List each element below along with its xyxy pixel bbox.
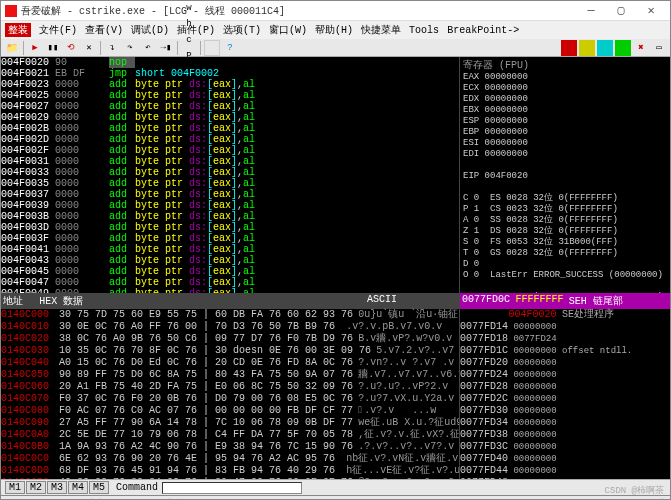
stop-icon[interactable]: ✕ bbox=[81, 40, 97, 56]
disasm-line[interactable]: 004F00470000addbyte ptr ds:[eax],al bbox=[1, 277, 459, 288]
open-icon[interactable] bbox=[4, 40, 20, 56]
sys-menu[interactable]: 整装 bbox=[5, 23, 31, 37]
disasm-line[interactable]: 004F00430000addbyte ptr ds:[eax],al bbox=[1, 255, 459, 266]
disasm-line[interactable]: 004F00270000addbyte ptr ds:[eax],al bbox=[1, 101, 459, 112]
register-line[interactable]: ESI 00000000 bbox=[463, 138, 667, 149]
yellow-square-icon[interactable] bbox=[579, 40, 595, 56]
register-line[interactable]: ECX 00000000 bbox=[463, 83, 667, 94]
stack-line[interactable]: 0077FD44 00000000 bbox=[460, 465, 670, 477]
hex-line[interactable]: 0140C0C06E 62 93 76 90 20 76 4E | 95 94 … bbox=[1, 453, 459, 465]
run-to-icon[interactable]: →▮ bbox=[158, 40, 174, 56]
disasm-line[interactable]: 004F00330000addbyte ptr ds:[eax],al bbox=[1, 167, 459, 178]
disasm-line[interactable]: 004F00250000addbyte ptr ds:[eax],al bbox=[1, 90, 459, 101]
stack-line[interactable]: 0077FD2C 00000000 bbox=[460, 393, 670, 405]
disasm-line[interactable]: 004F00390000addbyte ptr ds:[eax],al bbox=[1, 200, 459, 211]
register-line[interactable]: EBX 00000000 bbox=[463, 105, 667, 116]
hex-line[interactable]: 0140C070F0 37 0C 76 F0 20 0B 76 | D0 79 … bbox=[1, 393, 459, 405]
stack-line[interactable]: 0077FD38 00000000 bbox=[460, 429, 670, 441]
run-icon[interactable]: ▶ bbox=[27, 40, 43, 56]
disasm-line[interactable]: 004F00410000addbyte ptr ds:[eax],al bbox=[1, 244, 459, 255]
disasm-line[interactable]: 004F0021EB DFjmpshort 004F0002 bbox=[1, 68, 459, 79]
hex-line[interactable]: 0140C00030 75 7D 75 60 E9 55 75 | 60 DB … bbox=[1, 309, 459, 321]
disasm-line[interactable]: 004F00450000addbyte ptr ds:[eax],al bbox=[1, 266, 459, 277]
step-over-icon[interactable]: ↷ bbox=[122, 40, 138, 56]
cyan-square-icon[interactable] bbox=[597, 40, 613, 56]
step-out-icon[interactable]: ↶ bbox=[140, 40, 156, 56]
stack-line[interactable]: 0077FD24 00000000 bbox=[460, 369, 670, 381]
register-line[interactable]: EAX 00000000 bbox=[463, 72, 667, 83]
command-input[interactable] bbox=[162, 482, 302, 494]
disasm-line[interactable]: 004F00350000addbyte ptr ds:[eax],al bbox=[1, 178, 459, 189]
toolbar-blank[interactable] bbox=[204, 40, 220, 56]
disassembly-pane[interactable]: 004F002090nop004F0021EB DFjmpshort 004F0… bbox=[1, 57, 460, 293]
hex-line[interactable]: 0140C01030 0E 0C 76 A0 FF 76 00 | 70 D3 … bbox=[1, 321, 459, 333]
stack-line[interactable]: 0077FD48 00000000 bbox=[460, 477, 670, 479]
cmd-tab[interactable]: M4 bbox=[68, 481, 88, 494]
disasm-line[interactable]: 004F003D0000addbyte ptr ds:[eax],al bbox=[1, 222, 459, 233]
register-line[interactable]: D 0 bbox=[463, 259, 667, 270]
hex-line[interactable]: 0140C05090 89 FF 75 D0 6C 8A 75 | 80 43 … bbox=[1, 369, 459, 381]
hex-dump-pane[interactable]: 地址 HEX 数据ASCII 0140C00030 75 7D 75 60 E9… bbox=[1, 293, 460, 479]
toolbar-letter-c[interactable]: c bbox=[181, 32, 197, 48]
disasm-line[interactable]: 004F002F0000addbyte ptr ds:[eax],al bbox=[1, 145, 459, 156]
menu-item[interactable]: 选项(T) bbox=[219, 25, 265, 36]
register-line[interactable] bbox=[463, 281, 667, 292]
disasm-line[interactable]: 004F002D0000addbyte ptr ds:[eax],al bbox=[1, 134, 459, 145]
register-line[interactable]: EBP 00000000 bbox=[463, 127, 667, 138]
hex-line[interactable]: 0140C03010 35 0C 76 70 8F 0C 76 | 30 doe… bbox=[1, 345, 459, 357]
disasm-line[interactable]: 004F002090nop bbox=[1, 57, 459, 68]
cmd-tab[interactable]: M3 bbox=[47, 481, 67, 494]
register-line[interactable]: EIP 004F0020 bbox=[463, 171, 667, 182]
register-line[interactable]: EDI 00000000 bbox=[463, 149, 667, 160]
cmd-tab[interactable]: M2 bbox=[26, 481, 46, 494]
register-line[interactable]: T 0 GS 0028 32位 0(FFFFFFFF) bbox=[463, 248, 667, 259]
stack-line[interactable]: 0077FD34 00000000 bbox=[460, 417, 670, 429]
hex-line[interactable]: 0140C0B01A 9A 93 76 A2 4C 90 76 | E9 38 … bbox=[1, 441, 459, 453]
register-line[interactable] bbox=[463, 160, 667, 171]
restart-icon[interactable]: ⟲ bbox=[63, 40, 79, 56]
stack-line[interactable]: 0077FD40 00000000 bbox=[460, 453, 670, 465]
register-line[interactable]: A 0 SS 0028 32位 0(FFFFFFFF) bbox=[463, 215, 667, 226]
window-icon[interactable]: ▭ bbox=[651, 40, 667, 56]
help-icon[interactable]: ? bbox=[222, 40, 238, 56]
toolbar-letter-w[interactable]: w bbox=[181, 0, 197, 16]
hex-line[interactable]: 0140C0D068 DF 93 76 45 91 94 76 | 83 FB … bbox=[1, 465, 459, 477]
stack-line[interactable]: 0077FD18 0077FD24 bbox=[460, 333, 670, 345]
hex-line[interactable]: 0140C080F0 AC 07 76 C0 AC 07 76 | 00 00 … bbox=[1, 405, 459, 417]
pause-icon[interactable]: ▮▮ bbox=[45, 40, 61, 56]
maximize-button[interactable]: ▢ bbox=[606, 2, 636, 20]
stack-line[interactable]: 0077FD1C 00000000 offset ntdll. bbox=[460, 345, 670, 357]
menu-item[interactable]: BreakPoint-> bbox=[443, 25, 523, 36]
toolbar-letter-h[interactable]: h bbox=[181, 16, 197, 32]
hex-line[interactable]: 0140C09027 A5 FF 77 90 6A 14 78 | 7C 10 … bbox=[1, 417, 459, 429]
register-line[interactable]: S 0 FS 0053 32位 31B000(FFF) bbox=[463, 237, 667, 248]
disasm-line[interactable]: 004F003B0000addbyte ptr ds:[eax],al bbox=[1, 211, 459, 222]
disasm-line[interactable]: 004F00370000addbyte ptr ds:[eax],al bbox=[1, 189, 459, 200]
hex-line[interactable]: 0140C0E040 32 0C 76 80 34 0C 76 | 30 47 … bbox=[1, 477, 459, 479]
close-button[interactable]: ✕ bbox=[636, 2, 666, 20]
menu-item[interactable]: 帮助(H) bbox=[311, 25, 357, 36]
stack-line[interactable]: 0077FD28 00000000 bbox=[460, 381, 670, 393]
menu-item[interactable]: 查看(V) bbox=[81, 25, 127, 36]
menu-item[interactable]: Tools bbox=[405, 25, 443, 36]
red-x-icon[interactable]: ✖ bbox=[633, 40, 649, 56]
disasm-line[interactable]: 004F00310000addbyte ptr ds:[eax],al bbox=[1, 156, 459, 167]
register-line[interactable]: C 0 ES 0028 32位 0(FFFFFFFF) bbox=[463, 193, 667, 204]
hex-line[interactable]: 0140C06020 A1 FB 75 40 2D FA 75 | E0 06 … bbox=[1, 381, 459, 393]
menu-item[interactable]: 快捷菜单 bbox=[357, 25, 405, 36]
register-line[interactable]: Z 1 DS 0028 32位 0(FFFFFFFF) bbox=[463, 226, 667, 237]
disasm-line[interactable]: 004F002B0000addbyte ptr ds:[eax],al bbox=[1, 123, 459, 134]
register-line[interactable] bbox=[463, 182, 667, 193]
register-line[interactable]: P 1 CS 0023 32位 0(FFFFFFFF) bbox=[463, 204, 667, 215]
status-stack[interactable]: 知栈 bbox=[646, 497, 666, 501]
cmd-tab[interactable]: M5 bbox=[89, 481, 109, 494]
stack-line[interactable]: 0077FD3C 00000000 bbox=[460, 441, 670, 453]
disasm-line[interactable]: 004F003F0000addbyte ptr ds:[eax],al bbox=[1, 233, 459, 244]
hex-line[interactable]: 0140C0A02C 5E DE 77 10 79 06 78 | C4 FF … bbox=[1, 429, 459, 441]
disasm-line[interactable]: 004F00230000addbyte ptr ds:[eax],al bbox=[1, 79, 459, 90]
step-into-icon[interactable]: ↴ bbox=[104, 40, 120, 56]
minimize-button[interactable]: — bbox=[576, 2, 606, 20]
hex-line[interactable]: 0140C02038 0C 76 A0 9B 76 50 C6 | 09 77 … bbox=[1, 333, 459, 345]
green-square-icon[interactable] bbox=[615, 40, 631, 56]
cmd-tab[interactable]: M1 bbox=[5, 481, 25, 494]
